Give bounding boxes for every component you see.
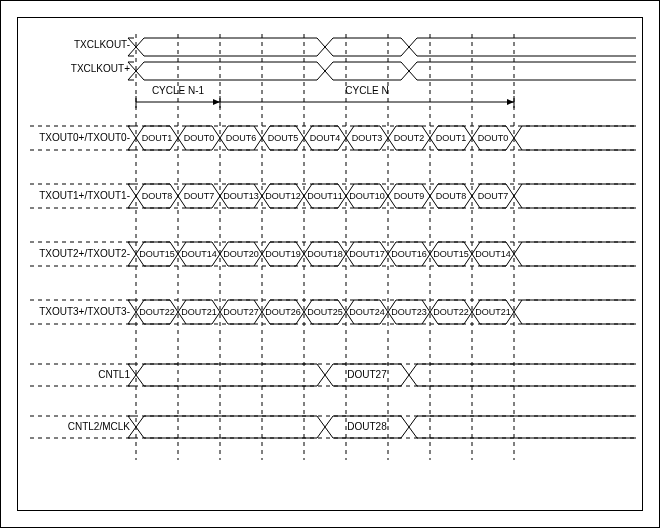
bus-tail bbox=[514, 126, 636, 150]
timing-diagram-svg: TXCLKOUT-TXCLKOUT+CYCLE N-1CYCLE NTXOUT0… bbox=[18, 18, 643, 511]
bit-label: DOUT13 bbox=[223, 191, 259, 201]
bit-label: DOUT15 bbox=[139, 249, 175, 259]
clk-minus-wave-a bbox=[128, 38, 636, 56]
bus-label: TXOUT1+/TXOUT1- bbox=[39, 190, 130, 201]
bit-label: DOUT24 bbox=[349, 307, 385, 317]
bit-label: DOUT11 bbox=[307, 191, 343, 201]
clk-minus-wave-b bbox=[128, 38, 636, 56]
bit-label: DOUT12 bbox=[265, 191, 301, 201]
diagram-panel: TXCLKOUT-TXCLKOUT+CYCLE N-1CYCLE NTXOUT0… bbox=[17, 17, 643, 511]
ctrl-cell bbox=[409, 364, 636, 386]
bit-label: DOUT0 bbox=[184, 133, 215, 143]
ctrl-cell bbox=[409, 416, 636, 438]
bit-label: DOUT9 bbox=[394, 191, 425, 201]
bit-label: DOUT0 bbox=[478, 133, 509, 143]
arrowhead bbox=[213, 99, 220, 105]
bit-label: DOUT21 bbox=[181, 307, 217, 317]
bit-label: DOUT27 bbox=[223, 307, 259, 317]
bit-label: DOUT16 bbox=[391, 249, 427, 259]
arrowhead bbox=[507, 99, 514, 105]
cycle-curr-label: CYCLE N bbox=[345, 85, 388, 96]
bus-tail bbox=[514, 242, 636, 266]
bit-label: DOUT6 bbox=[226, 133, 257, 143]
bit-label: DOUT20 bbox=[223, 249, 259, 259]
bit-label: DOUT18 bbox=[307, 249, 343, 259]
bit-label: DOUT22 bbox=[433, 307, 469, 317]
ctrl-label: CNTL1 bbox=[98, 369, 130, 380]
bus-tail bbox=[514, 184, 636, 208]
bit-label: DOUT17 bbox=[349, 249, 385, 259]
bit-label: DOUT25 bbox=[307, 307, 343, 317]
bus-label: TXOUT2+/TXOUT2- bbox=[39, 248, 130, 259]
bus-tail bbox=[514, 300, 636, 324]
ctrl-cell bbox=[136, 416, 325, 438]
bit-label: DOUT2 bbox=[394, 133, 425, 143]
bit-label: DOUT10 bbox=[349, 191, 385, 201]
bus-label: TXOUT0+/TXOUT0- bbox=[39, 132, 130, 143]
clk-plus-wave-b bbox=[128, 62, 636, 80]
ctrl-label: CNTL2/MCLK bbox=[68, 421, 131, 432]
bit-label: DOUT22 bbox=[139, 307, 175, 317]
bit-label: DOUT7 bbox=[478, 191, 509, 201]
bit-label: DOUT4 bbox=[310, 133, 341, 143]
bit-label: DOUT14 bbox=[475, 249, 511, 259]
bit-label: DOUT8 bbox=[436, 191, 467, 201]
ctrl-value: DOUT27 bbox=[347, 369, 387, 380]
bit-label: DOUT3 bbox=[352, 133, 383, 143]
clk-minus-label: TXCLKOUT- bbox=[74, 39, 130, 50]
ctrl-value: DOUT28 bbox=[347, 421, 387, 432]
bit-label: DOUT8 bbox=[142, 191, 173, 201]
bus-label: TXOUT3+/TXOUT3- bbox=[39, 306, 130, 317]
outer-frame: TXCLKOUT-TXCLKOUT+CYCLE N-1CYCLE NTXOUT0… bbox=[0, 0, 660, 528]
ctrl-cell bbox=[136, 364, 325, 386]
bit-label: DOUT5 bbox=[268, 133, 299, 143]
bit-label: DOUT26 bbox=[265, 307, 301, 317]
bit-label: DOUT7 bbox=[184, 191, 215, 201]
bit-label: DOUT1 bbox=[436, 133, 467, 143]
bit-label: DOUT14 bbox=[181, 249, 217, 259]
bit-label: DOUT1 bbox=[142, 133, 173, 143]
bit-label: DOUT23 bbox=[391, 307, 427, 317]
clk-plus-wave-a bbox=[128, 62, 636, 80]
bit-label: DOUT15 bbox=[433, 249, 469, 259]
bit-label: DOUT19 bbox=[265, 249, 301, 259]
bit-label: DOUT21 bbox=[475, 307, 511, 317]
clk-plus-label: TXCLKOUT+ bbox=[71, 63, 130, 74]
